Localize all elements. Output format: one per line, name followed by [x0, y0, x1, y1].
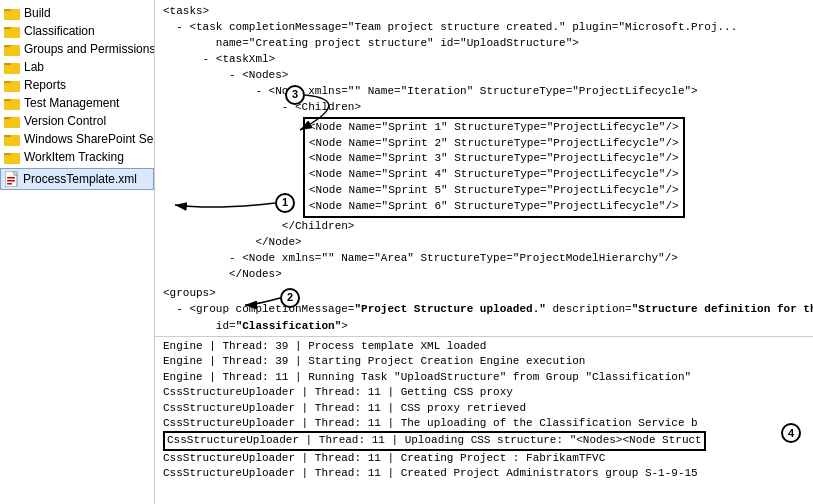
sidebar-item-label: Groups and Permissions	[24, 42, 155, 56]
sidebar: Build Classification Groups and Permissi…	[0, 0, 155, 504]
log-line-2: Engine | Thread: 11 | Running Task "Uplo…	[163, 370, 805, 385]
svg-rect-31	[7, 183, 12, 185]
svg-rect-14	[4, 83, 20, 92]
svg-rect-11	[4, 65, 20, 74]
selected-file-item[interactable]: ProcessTemplate.xml	[0, 168, 154, 190]
sidebar-item-classification[interactable]: Classification	[0, 22, 154, 40]
log-line-1: Engine | Thread: 39 | Starting Project C…	[163, 354, 805, 369]
sidebar-item-test-management[interactable]: Test Management	[0, 94, 154, 112]
xml-top: <tasks> - <task completionMessage="Team …	[163, 4, 805, 116]
sidebar-item-label: Build	[24, 6, 51, 20]
log-line-4: CssStructureUploader | Thread: 11 | CSS …	[163, 401, 805, 416]
sidebar-item-label: Classification	[24, 24, 95, 38]
folder-icon	[4, 96, 20, 110]
svg-rect-30	[7, 180, 15, 182]
callout-1: 1	[275, 193, 295, 213]
svg-rect-17	[4, 101, 20, 110]
callout-3: 3	[285, 85, 305, 105]
selected-file-label: ProcessTemplate.xml	[23, 172, 137, 186]
log-line-3: CssStructureUploader | Thread: 11 | Gett…	[163, 385, 805, 400]
sidebar-item-groups[interactable]: Groups and Permissions	[0, 40, 154, 58]
callout-2: 2	[280, 288, 300, 308]
svg-rect-29	[7, 177, 15, 179]
code-area: <tasks> - <task completionMessage="Team …	[155, 0, 813, 336]
log-line-6-container: CssStructureUploader | Thread: 11 | Uplo…	[163, 431, 805, 450]
folder-icon	[4, 6, 20, 20]
xml-after-nodes: </Children> </Node> - <Node xmlns="" Nam…	[163, 219, 805, 283]
main-content: <tasks> - <task completionMessage="Team …	[155, 0, 813, 504]
folder-icon	[4, 60, 20, 74]
svg-rect-26	[4, 155, 20, 164]
sidebar-item-label: Lab	[24, 60, 44, 74]
callout-4: 4	[781, 423, 801, 443]
folder-icon	[4, 150, 20, 164]
sidebar-item-label: Reports	[24, 78, 66, 92]
log-area: Engine | Thread: 39 | Process template X…	[155, 336, 813, 504]
xml-file-icon	[5, 171, 19, 187]
svg-rect-8	[4, 47, 20, 56]
sidebar-item-build[interactable]: Build	[0, 4, 154, 22]
log-line-8: CssStructureUploader | Thread: 11 | Crea…	[163, 466, 805, 481]
folder-icon	[4, 24, 20, 38]
folder-icon	[4, 42, 20, 56]
svg-rect-20	[4, 119, 20, 128]
sidebar-item-workitem[interactable]: WorkItem Tracking	[0, 148, 154, 166]
sidebar-item-reports[interactable]: Reports	[0, 76, 154, 94]
sidebar-item-label: WorkItem Tracking	[24, 150, 124, 164]
log-line-6: CssStructureUploader | Thread: 11 | Uplo…	[163, 431, 706, 450]
log-line-5: CssStructureUploader | Thread: 11 | The …	[163, 416, 805, 431]
log-line-7: CssStructureUploader | Thread: 11 | Crea…	[163, 451, 805, 466]
nodes-box: <Node Name="Sprint 1" StructureType="Pro…	[303, 117, 685, 219]
sidebar-item-label: Version Control	[24, 114, 106, 128]
folder-icon	[4, 114, 20, 128]
sidebar-item-label: Windows SharePoint Services	[24, 132, 155, 146]
svg-rect-23	[4, 137, 20, 146]
sidebar-item-windows-sharepoint[interactable]: Windows SharePoint Services	[0, 130, 154, 148]
svg-rect-5	[4, 29, 20, 38]
sidebar-item-version-control[interactable]: Version Control	[0, 112, 154, 130]
sidebar-item-label: Test Management	[24, 96, 119, 110]
log-line-0: Engine | Thread: 39 | Process template X…	[163, 339, 805, 354]
sidebar-item-lab[interactable]: Lab	[0, 58, 154, 76]
folder-icon	[4, 78, 20, 92]
folder-icon	[4, 132, 20, 146]
svg-rect-2	[4, 11, 20, 20]
group-xml-section: <groups> - <group completionMessage="Pro…	[163, 285, 805, 336]
